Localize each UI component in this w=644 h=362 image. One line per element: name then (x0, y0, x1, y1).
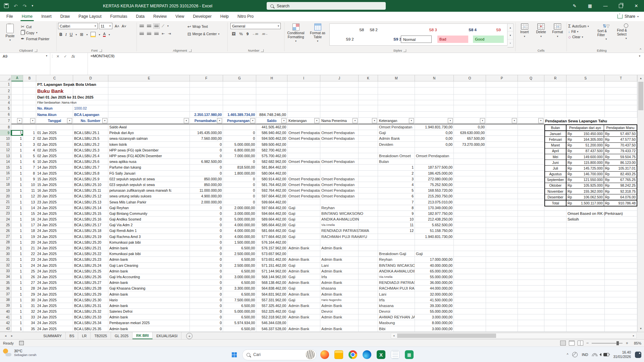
row-header-33[interactable]: 33 (0, 268, 11, 274)
decrease-font-icon[interactable]: A˅ (122, 24, 126, 28)
cell-M3[interactable] (378, 95, 415, 100)
cell-J15[interactable] (320, 165, 359, 170)
cell-B26[interactable]: 18 (23, 228, 36, 234)
cell-S3[interactable] (567, 95, 605, 100)
cell-G25[interactable]: 4.000.000,00 (223, 222, 256, 228)
language-indicator[interactable]: IND (582, 353, 588, 357)
rt-value-november-2[interactable]: Rp92.318.75 (604, 189, 637, 194)
cell-O19[interactable] (454, 188, 486, 193)
cell-G15[interactable]: 818.500,00 (223, 165, 256, 170)
cell-I32[interactable]: Gaji (287, 263, 320, 268)
cell-H3[interactable] (256, 95, 287, 100)
cell-H2[interactable] (256, 87, 287, 95)
rt-value-juni-2[interactable]: Rp86.123.00 (604, 160, 637, 165)
cell-J43[interactable]: Admin Bank (320, 326, 359, 332)
cell-Q43[interactable] (518, 326, 544, 332)
taskbar-search-box[interactable]: Cari (242, 349, 317, 360)
cell-P38[interactable] (486, 297, 518, 303)
rt-value-april-2[interactable]: Rp79.433.72 (604, 148, 637, 154)
cell-Q19[interactable] (518, 188, 544, 193)
cell-B1[interactable] (23, 81, 36, 87)
rt-value-desember-1[interactable]: Rp106.062.500 (567, 194, 604, 200)
cell-R25[interactable] (544, 222, 567, 228)
close-button[interactable]: ✕ (629, 0, 644, 12)
cell-T2[interactable] (605, 87, 637, 95)
cell-N22[interactable]: 170.349.000,00 (415, 205, 454, 211)
gallery-more-icon[interactable]: ⩒ (507, 40, 513, 47)
cell-D5[interactable]: 1000.02 (73, 105, 108, 112)
row-header-17[interactable]: 17 (0, 176, 11, 182)
cell-O24[interactable] (454, 217, 486, 222)
cell-Q21[interactable] (518, 199, 544, 205)
restore-button[interactable] (613, 0, 629, 12)
cell-R28[interactable] (544, 240, 567, 245)
cell-H25[interactable]: 585.664.462,00 (256, 222, 287, 228)
cell-D6[interactable]: BCA Lapangan (73, 112, 108, 118)
cell-N25[interactable]: 5.652.500,00 (415, 222, 454, 228)
cell-P26[interactable] (486, 228, 518, 234)
row-header-40[interactable]: 40 (0, 309, 11, 314)
cell-J37[interactable]: Admin Bank (320, 291, 359, 297)
cell-K43[interactable] (359, 326, 378, 332)
cell-T29[interactable] (605, 245, 637, 251)
cell-M35[interactable]: RENDIADJI PATRIAST (378, 280, 415, 286)
cell-D26[interactable]: BCA.LSBU.25.18 (73, 228, 108, 234)
cell-I25[interactable]: Gaji (287, 222, 320, 228)
cell-P15[interactable] (486, 165, 518, 170)
cell-C37[interactable]: 24 Jan 2025 (36, 291, 73, 297)
cell-R3[interactable] (544, 95, 567, 100)
filter-dropdown-icon-B[interactable]: ▾ (30, 118, 35, 123)
cell-N14[interactable] (415, 159, 454, 165)
cell-R29[interactable] (544, 245, 567, 251)
ribbon-tab-formulas[interactable]: Formulas (106, 12, 132, 21)
cell-S25[interactable] (567, 222, 605, 228)
cell-Q29[interactable] (518, 245, 544, 251)
row-header-31[interactable]: 31 (0, 257, 11, 262)
cell-P21[interactable] (486, 199, 518, 205)
cell-E26[interactable]: Gaji Rendi Adm 1 (108, 228, 190, 234)
rt-month-maret[interactable]: Maret (545, 143, 567, 148)
cell-T37[interactable] (605, 291, 637, 297)
cell-I22[interactable]: Gaji (287, 205, 320, 211)
cell-E37[interactable]: Admin bank (108, 291, 190, 297)
cell-H22[interactable]: 597.664.462,00 (256, 205, 287, 211)
cell-K20[interactable] (359, 193, 378, 199)
cell-H11[interactable]: 589.500.462,00 (256, 142, 287, 147)
cell-D8[interactable] (73, 124, 108, 130)
cell-B33[interactable]: 25 (23, 268, 36, 274)
cell-H41[interactable]: 552.318.962,00 (256, 314, 287, 320)
cell-D10[interactable]: BCA.LSBU.25.5 (73, 136, 108, 141)
borders-icon[interactable]: ⊞ (80, 32, 83, 37)
cell-K17[interactable] (359, 176, 378, 182)
row-header-39[interactable]: 39 (0, 303, 11, 309)
cell-B12[interactable]: 4 (23, 147, 36, 153)
horizontal-scrollbar[interactable]: ◂ ▸ (391, 333, 637, 339)
sheet-nav-right-icon[interactable]: ▸ (11, 334, 13, 338)
cell-M38[interactable]: Irfa (378, 297, 415, 303)
cell-G11[interactable]: 5.000.000,00 (223, 142, 256, 147)
rt-value-januari-2[interactable]: Rp57.497.50 (604, 131, 637, 136)
collapse-ribbon-icon[interactable]: ^ (640, 48, 641, 52)
cell-I19[interactable]: Omset Pendapatan (287, 188, 320, 193)
cell-G20[interactable]: 0 (223, 193, 256, 199)
cut-button[interactable]: ✂Cut (21, 24, 49, 29)
cell-T25[interactable] (605, 222, 637, 228)
cell-B8[interactable] (23, 124, 36, 130)
cell-J20[interactable]: Omset Pendapatan (320, 193, 359, 199)
cell-Q41[interactable] (518, 314, 544, 320)
filter-dropdown-icon-D[interactable]: ▾ (102, 118, 107, 123)
cell-I23[interactable]: Gaji (287, 211, 320, 217)
cell-F23[interactable]: 0 (190, 211, 223, 217)
scroll-left-icon[interactable]: ◂ (391, 333, 396, 338)
cell-M29[interactable] (378, 245, 415, 251)
cell-S36[interactable] (567, 286, 605, 291)
row-header-37[interactable]: 37 (0, 291, 11, 297)
clear-button[interactable]: ◇Clear▾ (568, 35, 595, 39)
cell-K38[interactable] (359, 297, 378, 303)
cell-E34[interactable]: Gaji Irfa Accounting (108, 274, 190, 280)
cell-H10[interactable]: 594.500.462,00 (256, 136, 287, 141)
cell-E36[interactable]: Gaji Khasana Cleaning (108, 286, 190, 291)
cell-J41[interactable]: Admin Bank (320, 314, 359, 320)
row-header-2[interactable]: 2 (0, 87, 11, 95)
cell-A19[interactable]: 1 (11, 188, 23, 193)
